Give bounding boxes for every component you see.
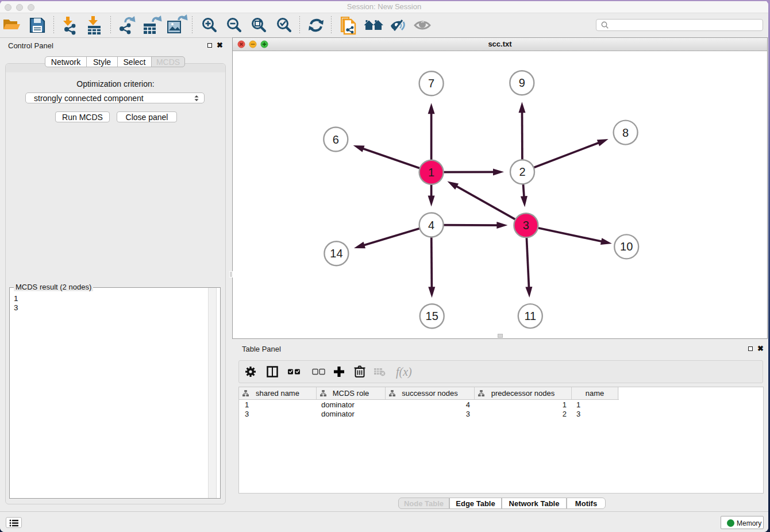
svg-text:f(x): f(x) [396, 365, 412, 379]
svg-text:1: 1 [428, 166, 434, 179]
svg-text:14: 14 [330, 247, 342, 260]
svg-text:11: 11 [524, 310, 536, 322]
svg-text:6: 6 [333, 133, 339, 146]
svg-text:7: 7 [428, 77, 434, 90]
svg-text:10: 10 [620, 240, 633, 253]
svg-text:4: 4 [428, 219, 434, 232]
svg-text:2: 2 [519, 165, 525, 178]
svg-text:9: 9 [519, 76, 525, 89]
svg-text:3: 3 [523, 219, 529, 232]
svg-text:8: 8 [622, 126, 629, 139]
svg-text:15: 15 [426, 310, 438, 322]
